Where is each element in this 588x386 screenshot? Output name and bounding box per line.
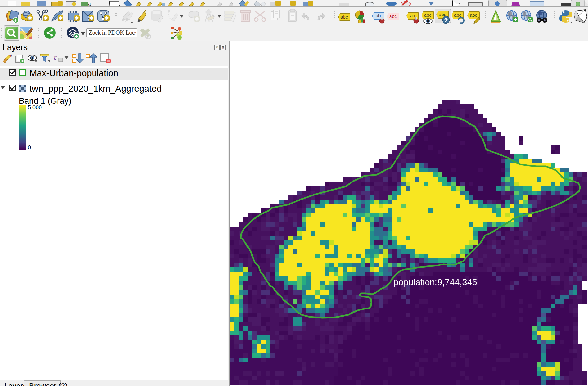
svg-text:ε: ε: [54, 54, 57, 62]
